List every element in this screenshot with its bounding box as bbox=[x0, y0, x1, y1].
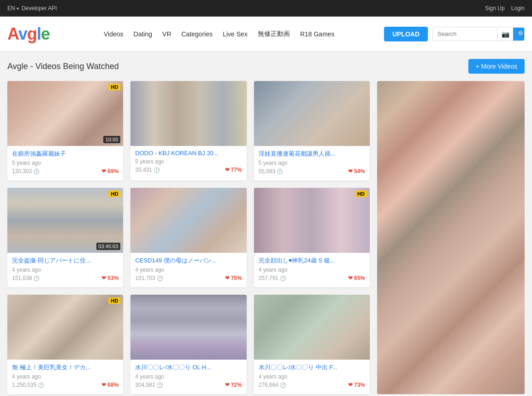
logo-v: v bbox=[18, 24, 27, 43]
video-card[interactable]: HD 03:45:03 完全盗撮-同じアパートに住... 4 years ago… bbox=[7, 188, 123, 287]
thumbnail-image bbox=[254, 295, 370, 360]
hd-badge: HD bbox=[108, 191, 120, 197]
nav-videos[interactable]: Videos bbox=[100, 29, 127, 40]
logo-e: e bbox=[41, 24, 50, 43]
video-info: 在廁所強姦羅麗妹子 5 years ago 120,302 🕐 ❤ 69% bbox=[7, 146, 123, 178]
chevron-down-icon: ▾ bbox=[17, 6, 19, 11]
video-age: 4 years ago bbox=[135, 267, 242, 273]
hd-badge: HD bbox=[108, 84, 120, 90]
upload-button[interactable]: UPLOAD bbox=[384, 27, 428, 41]
login-link[interactable]: Login bbox=[511, 5, 525, 12]
video-info: 無 極上！美巨乳美女！デカ... 4 years ago 1,250,535 🕐… bbox=[7, 360, 123, 392]
video-stats: 1,250,535 🕐 ❤ 68% bbox=[12, 382, 118, 388]
nav-categories[interactable]: Categories bbox=[178, 29, 217, 40]
search-box: 📷 🔍 bbox=[432, 27, 525, 41]
thumbnail-image bbox=[130, 188, 246, 253]
sign-up-link[interactable]: Sign Up bbox=[485, 5, 505, 12]
video-title[interactable]: DODO - KBJ KOREAN BJ 20... bbox=[135, 150, 242, 157]
video-title[interactable]: 在廁所強姦羅麗妹子 bbox=[12, 150, 118, 158]
search-button[interactable]: 🔍 bbox=[513, 28, 525, 41]
video-age: 5 years ago bbox=[259, 160, 365, 166]
heart-icon: ❤ bbox=[101, 275, 106, 281]
like-percentage: ❤ 65% bbox=[348, 275, 365, 281]
nav-uncensored[interactable]: 無修正動画 bbox=[254, 28, 294, 40]
search-input[interactable] bbox=[433, 27, 497, 41]
video-title[interactable]: 水川〇〇レ/水〇〇り 中出 F... bbox=[259, 363, 365, 372]
video-card[interactable]: CESD149 僕の母はノーバン... 4 years ago 101,703 … bbox=[130, 188, 246, 287]
video-info: 淫娃直播連菊花都讓男人插... 5 years ago 55,683 🕐 ❤ 5… bbox=[254, 146, 370, 178]
nav-r18-games[interactable]: R18 Games bbox=[296, 29, 338, 40]
video-stats: 304,581 🕐 ❤ 72% bbox=[135, 382, 242, 388]
logo[interactable]: Avgle bbox=[7, 24, 50, 44]
video-title[interactable]: 淫娃直播連菊花都讓男人插... bbox=[259, 150, 365, 158]
header-right: UPLOAD 📷 🔍 bbox=[384, 27, 525, 41]
clock-icon: 🕐 bbox=[33, 169, 40, 175]
video-title[interactable]: 完全顔出し♥神乳24歳 S 級... bbox=[259, 256, 365, 265]
clock-icon: 🕐 bbox=[280, 275, 286, 281]
heart-icon: ❤ bbox=[348, 382, 353, 388]
thumbnail-image bbox=[7, 295, 123, 360]
nav-dating[interactable]: Dating bbox=[130, 29, 156, 40]
video-info: 完全盗撮-同じアパートに住... 4 years ago 151,638 🕐 ❤… bbox=[7, 253, 123, 285]
video-info: DODO - KBJ KOREAN BJ 20... 5 years ago 3… bbox=[130, 146, 246, 177]
video-stats: 257,791 🕐 ❤ 65% bbox=[259, 275, 365, 281]
like-percentage: ❤ 68% bbox=[101, 382, 118, 388]
language-selector[interactable]: EN ▾ bbox=[7, 5, 19, 12]
clock-icon: 🕐 bbox=[280, 382, 286, 388]
view-count: 257,791 🕐 bbox=[259, 275, 286, 281]
video-title[interactable]: 水川〇〇レ/水〇〇り OL H... bbox=[135, 363, 242, 372]
hd-badge: HD bbox=[355, 191, 367, 197]
like-percentage: ❤ 54% bbox=[348, 168, 365, 175]
sidebar-ad-image bbox=[377, 81, 525, 394]
heart-icon: ❤ bbox=[101, 168, 106, 175]
like-percentage: ❤ 53% bbox=[101, 275, 118, 281]
logo-g: g bbox=[27, 24, 37, 43]
like-percentage: ❤ 77% bbox=[225, 167, 242, 173]
view-count: 304,581 🕐 bbox=[135, 382, 163, 388]
video-card[interactable]: HD 無 極上！美巨乳美女！デカ... 4 years ago 1,250,53… bbox=[7, 295, 123, 394]
video-card[interactable]: 淫娃直播連菊花都讓男人插... 5 years ago 55,683 🕐 ❤ 5… bbox=[254, 81, 370, 181]
nav-live-sex[interactable]: Live Sex bbox=[219, 29, 251, 40]
page-content: Avgle - Videos Being Watched + More Vide… bbox=[0, 52, 532, 396]
sidebar-ad[interactable] bbox=[377, 81, 525, 394]
video-card[interactable]: 水川〇〇レ/水〇〇り 中出 F... 4 years ago 276,664 🕐… bbox=[254, 295, 370, 394]
video-thumbnail: HD 03:45:03 bbox=[7, 188, 123, 253]
more-videos-button[interactable]: + More Videos bbox=[468, 59, 525, 74]
video-age: 4 years ago bbox=[12, 267, 118, 273]
video-card[interactable]: HD 完全顔出し♥神乳24歳 S 級... 4 years ago 257,79… bbox=[254, 188, 370, 287]
video-card[interactable]: HD 10:00 在廁所強姦羅麗妹子 5 years ago 120,302 🕐… bbox=[7, 81, 123, 181]
heart-icon: ❤ bbox=[348, 168, 353, 175]
top-bar-left: EN ▾ Developer API bbox=[7, 5, 57, 12]
video-card[interactable]: 水川〇〇レ/水〇〇り OL H... 4 years ago 304,581 🕐… bbox=[130, 295, 246, 394]
video-thumbnail: HD bbox=[254, 188, 370, 253]
video-age: 5 years ago bbox=[135, 158, 242, 165]
nav-vr[interactable]: VR bbox=[159, 29, 175, 40]
top-bar: EN ▾ Developer API Sign Up Login bbox=[0, 0, 532, 17]
camera-search-button[interactable]: 📷 bbox=[497, 28, 513, 41]
like-percentage: ❤ 69% bbox=[101, 168, 118, 175]
search-icon: 🔍 bbox=[518, 30, 525, 38]
clock-icon: 🕐 bbox=[33, 275, 40, 281]
heart-icon: ❤ bbox=[225, 275, 230, 281]
view-count: 55,683 🕐 bbox=[259, 168, 284, 175]
video-card[interactable]: DODO - KBJ KOREAN BJ 20... 5 years ago 3… bbox=[130, 81, 246, 181]
video-title[interactable]: 無 極上！美巨乳美女！デカ... bbox=[12, 363, 118, 372]
video-stats: 151,638 🕐 ❤ 53% bbox=[12, 275, 118, 281]
heart-icon: ❤ bbox=[225, 167, 230, 173]
view-count: 120,302 🕐 bbox=[12, 168, 40, 175]
like-percentage: ❤ 72% bbox=[225, 382, 242, 388]
video-thumbnail bbox=[254, 81, 370, 146]
dev-api-link[interactable]: Developer API bbox=[22, 5, 57, 12]
video-title[interactable]: 完全盗撮-同じアパートに住... bbox=[12, 256, 118, 265]
video-title[interactable]: CESD149 僕の母はノーバン... bbox=[135, 256, 242, 265]
video-info: 完全顔出し♥神乳24歳 S 級... 4 years ago 257,791 🕐… bbox=[254, 253, 370, 285]
lang-label: EN bbox=[7, 5, 15, 12]
view-count: 1,250,535 🕐 bbox=[12, 382, 44, 388]
video-sidebar bbox=[377, 81, 525, 394]
clock-icon: 🕐 bbox=[157, 275, 163, 281]
duration-badge: 03:45:03 bbox=[96, 243, 121, 250]
view-count: 151,638 🕐 bbox=[12, 275, 40, 281]
duration-badge: 10:00 bbox=[103, 136, 121, 143]
logo-a: A bbox=[7, 24, 18, 43]
video-age: 4 years ago bbox=[12, 373, 118, 380]
